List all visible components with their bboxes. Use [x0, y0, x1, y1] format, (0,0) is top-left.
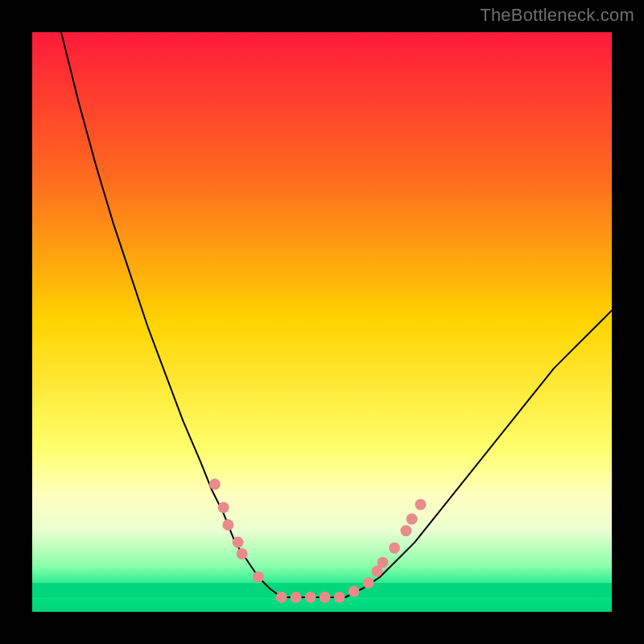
- data-marker: [349, 586, 360, 597]
- data-marker: [415, 499, 426, 510]
- data-marker: [218, 502, 229, 513]
- chart-svg: [32, 32, 612, 612]
- data-marker: [407, 514, 418, 525]
- data-marker: [305, 592, 316, 603]
- data-marker: [363, 577, 374, 588]
- gradient-background: [32, 32, 612, 612]
- data-marker: [334, 592, 345, 603]
- data-marker: [291, 592, 302, 603]
- plot-area: [32, 32, 612, 612]
- data-marker: [400, 525, 411, 536]
- data-marker: [320, 592, 331, 603]
- data-marker: [389, 543, 400, 554]
- data-marker: [253, 572, 264, 583]
- chart-frame: TheBottleneck.com: [0, 0, 644, 644]
- watermark-text: TheBottleneck.com: [480, 5, 634, 26]
- data-marker: [222, 519, 233, 530]
- data-marker: [233, 537, 244, 548]
- data-marker: [209, 479, 221, 490]
- data-marker: [378, 557, 389, 568]
- data-marker: [237, 548, 248, 559]
- data-marker: [276, 592, 287, 603]
